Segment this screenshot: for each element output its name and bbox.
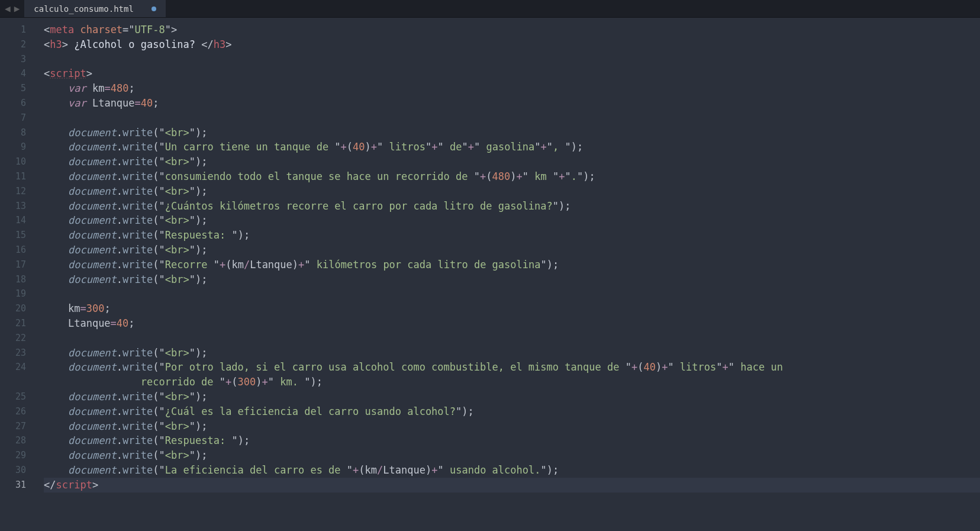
line-number: 31 [0,478,37,493]
line-number: 12 [0,184,37,199]
tab-bar: ◀ ▶ calculo_consumo.html [0,0,980,18]
line-number: 27 [0,419,37,434]
code-line[interactable]: document.write("Respuesta: "); [44,228,980,243]
code-area[interactable]: <meta charset="UTF-8"><h3> ¿Alcohol o ga… [37,18,980,531]
code-line[interactable]: document.write("Un carro tiene un tanque… [44,140,980,155]
code-line[interactable]: <meta charset="UTF-8"> [44,22,980,37]
line-number: 6 [0,96,37,111]
line-number: 2 [0,37,37,52]
line-number: 16 [0,243,37,258]
code-line[interactable]: recorrido de "+(300)+" km. "); [44,375,980,390]
line-number: 17 [0,258,37,272]
code-line[interactable]: document.write("<br>"); [44,184,980,199]
line-number: 26 [0,404,37,419]
code-line[interactable]: document.write("<br>"); [44,125,980,140]
code-line[interactable]: document.write("<br>"); [44,155,980,169]
tab-filename: calculo_consumo.html [34,4,134,14]
line-number: 10 [0,155,37,169]
line-number: 18 [0,272,37,287]
nav-forward-icon[interactable]: ▶ [14,3,20,14]
line-number: 13 [0,199,37,214]
line-number: 21 [0,316,37,331]
code-line[interactable]: </script> [44,478,980,493]
modified-indicator-icon [151,7,156,11]
line-number: 8 [0,125,37,140]
line-number: 22 [0,331,37,346]
code-line[interactable] [44,331,980,346]
code-line[interactable]: document.write("La eficiencia del carro … [44,463,980,478]
code-line[interactable]: var Ltanque=40; [44,96,980,111]
line-number: 29 [0,448,37,463]
code-line[interactable]: document.write("<br>"); [44,419,980,434]
code-line[interactable]: document.write("¿Cuál es la eficiencia d… [44,404,980,419]
line-number: 4 [0,66,37,81]
code-line[interactable]: Ltanque=40; [44,316,980,331]
code-line[interactable]: <h3> ¿Alcohol o gasolina? </h3> [44,37,980,52]
line-number: 1 [0,22,37,37]
code-line[interactable]: km=300; [44,301,980,316]
line-number-gutter: 1234567891011121314151617181920212223242… [0,18,37,531]
code-line[interactable]: document.write("<br>"); [44,243,980,258]
code-line[interactable] [44,52,980,67]
code-line[interactable]: <script> [44,66,980,81]
code-line[interactable]: document.write("<br>"); [44,213,980,228]
line-number: 15 [0,228,37,243]
code-line[interactable]: document.write("¿Cuántos kilómetros reco… [44,199,980,214]
nav-arrows: ◀ ▶ [0,0,24,17]
code-line[interactable]: document.write("consumiendo todo el tanq… [44,169,980,184]
nav-back-icon[interactable]: ◀ [5,3,11,14]
line-number: 20 [0,301,37,316]
line-number: 24 [0,360,37,375]
line-number: 11 [0,169,37,184]
code-line[interactable] [44,287,980,301]
code-line[interactable]: document.write("<br>"); [44,448,980,463]
line-number: 9 [0,140,37,155]
code-line[interactable]: document.write("<br>"); [44,272,980,287]
tab-file[interactable]: calculo_consumo.html [24,0,166,17]
line-number: 19 [0,287,37,301]
line-number [0,375,37,390]
code-line[interactable]: document.write("<br>"); [44,390,980,404]
line-number: 23 [0,346,37,361]
line-number: 30 [0,463,37,478]
code-line[interactable]: document.write("<br>"); [44,346,980,361]
line-number: 3 [0,52,37,67]
line-number: 25 [0,390,37,404]
line-number: 28 [0,433,37,448]
code-line[interactable]: document.write("Respuesta: "); [44,433,980,448]
code-line[interactable]: document.write("Recorre "+(km/Ltanque)+"… [44,258,980,272]
code-line[interactable] [44,111,980,125]
code-line[interactable]: var km=480; [44,81,980,96]
line-number: 5 [0,81,37,96]
code-line[interactable]: document.write("Por otro lado, si el car… [44,360,980,375]
line-number: 7 [0,111,37,125]
editor: 1234567891011121314151617181920212223242… [0,18,980,531]
line-number: 14 [0,213,37,228]
